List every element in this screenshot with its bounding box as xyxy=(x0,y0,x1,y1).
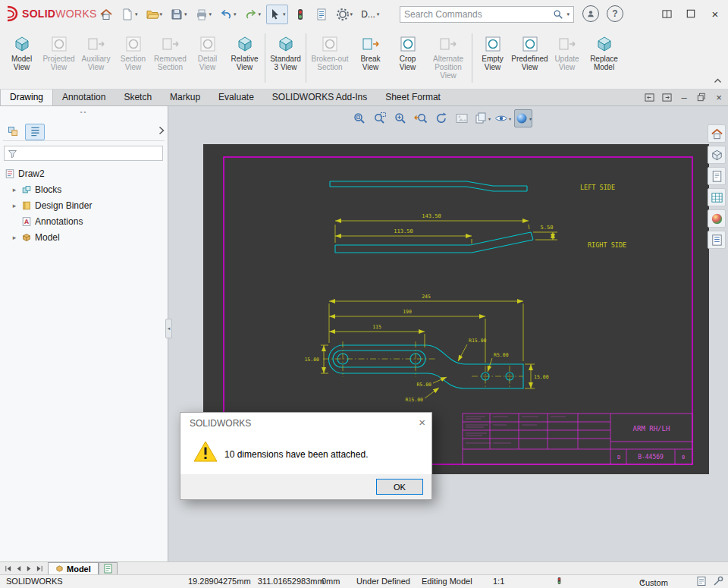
dimension-r5-bottom[interactable]: R5.00 xyxy=(416,382,431,388)
ribbon-broken-out-section-button[interactable]: Broken-out Section xyxy=(308,32,352,74)
new-document-button[interactable]: ▾ xyxy=(118,5,140,24)
ribbon-projected-view-button[interactable]: Projected View xyxy=(40,32,77,74)
tree-item-design-binder[interactable]: ▸ Design Binder xyxy=(0,197,168,213)
status-units-selector[interactable]: Custom ▾ xyxy=(639,577,642,586)
expand-arrow-icon[interactable]: ▸ xyxy=(11,186,18,193)
ribbon-break-view-button[interactable]: Break View xyxy=(352,32,389,74)
dialog-close-button[interactable]: × xyxy=(419,416,425,429)
title-block-rev[interactable]: 0 xyxy=(682,454,685,461)
save-button[interactable]: ▾ xyxy=(168,5,190,24)
ribbon-crop-view-button[interactable]: Crop View xyxy=(389,32,426,74)
close-window-button[interactable]: × xyxy=(707,5,723,23)
previous-sheet-button[interactable] xyxy=(14,564,24,574)
status-tools-icon[interactable] xyxy=(713,576,723,586)
dimension-r5-top[interactable]: R5.00 xyxy=(494,352,509,358)
home-view-button[interactable] xyxy=(708,124,726,143)
display-pane-tab[interactable] xyxy=(25,124,45,140)
drawing-sheet-tab[interactable] xyxy=(99,562,118,574)
redo-button[interactable]: ▾ xyxy=(242,5,264,24)
first-sheet-button[interactable] xyxy=(3,564,13,574)
ribbon-update-view-button[interactable]: Update View xyxy=(548,32,585,74)
tree-item-blocks[interactable]: ▸ Blocks xyxy=(0,181,168,197)
label-left-side[interactable]: LEFT SIDE xyxy=(580,184,615,191)
account-button[interactable] xyxy=(582,5,599,22)
ribbon-detail-view-button[interactable]: Detail View xyxy=(189,32,226,74)
tab-solidworks-add-ins[interactable]: SOLIDWORKS Add-Ins xyxy=(263,90,376,105)
file-properties-button[interactable] xyxy=(312,5,331,24)
ribbon-standard-3-view-button[interactable]: Standard 3 View xyxy=(267,32,304,74)
tab-evaluate[interactable]: Evaluate xyxy=(209,90,263,105)
model-tab[interactable]: Model xyxy=(48,562,99,574)
solidworks-logo[interactable]: SOLIDWORKS ▸ xyxy=(5,5,106,22)
title-block-size[interactable]: D xyxy=(617,454,620,461)
previous-view-button[interactable] xyxy=(412,109,430,127)
apply-scene-button[interactable] xyxy=(708,209,726,228)
dimension-hole-spacing[interactable]: 190 xyxy=(403,309,412,315)
ribbon-section-view-button[interactable]: Section View xyxy=(115,32,152,74)
ribbon-predefined-view-button[interactable]: Predefined View xyxy=(511,32,548,74)
ribbon-relative-view-button[interactable]: Relative View xyxy=(226,32,263,74)
feature-manager-tree-tab[interactable] xyxy=(3,124,23,140)
title-block-drawing-number[interactable]: B-44569 xyxy=(638,454,664,461)
ok-button[interactable]: OK xyxy=(376,479,423,495)
document-restore-button[interactable] xyxy=(695,91,708,103)
window-panes-button[interactable] xyxy=(658,5,675,23)
status-sheet-icon[interactable] xyxy=(696,576,707,586)
dimension-143-50[interactable]: 143.50 xyxy=(422,213,441,219)
document-close-button[interactable]: × xyxy=(713,91,725,103)
file-menu-button[interactable]: D...▾ xyxy=(358,6,382,23)
search-commands-box[interactable]: ▾ xyxy=(400,6,574,23)
tab-sheet-format[interactable]: Sheet Format xyxy=(376,90,450,105)
panel-expand-chevron-button[interactable] xyxy=(158,126,165,137)
tab-sketch[interactable]: Sketch xyxy=(115,90,161,105)
dimension-5-50[interactable]: 5.50 xyxy=(541,225,554,231)
dock-pane-right-button[interactable] xyxy=(661,91,673,103)
document-minimize-button[interactable]: – xyxy=(678,91,690,103)
dimension-113-50[interactable]: 113.50 xyxy=(394,228,413,234)
panel-splitter-grip[interactable]: •• xyxy=(80,108,88,115)
undo-button[interactable]: ▾ xyxy=(217,5,239,24)
draft-quality-button[interactable] xyxy=(453,109,471,127)
dimension-r15-bottom[interactable]: R15.00 xyxy=(406,397,424,403)
annotations-doc-button[interactable] xyxy=(708,231,726,249)
options-button[interactable]: ▾ xyxy=(334,5,356,24)
redraw-button[interactable] xyxy=(432,109,450,127)
ribbon-empty-view-button[interactable]: Empty View xyxy=(474,32,511,74)
ribbon-alternate-position-view-button[interactable]: Alternate Position View xyxy=(426,32,470,82)
zoom-to-area-button[interactable] xyxy=(371,109,389,127)
open-button[interactable]: ▾ xyxy=(143,5,165,24)
search-input[interactable] xyxy=(404,9,550,20)
tree-item-draw2[interactable]: Draw2 xyxy=(0,165,168,181)
zoom-in-out-button[interactable] xyxy=(391,109,410,127)
label-right-side[interactable]: RIGHT SIDE xyxy=(588,241,626,249)
print-button[interactable]: ▾ xyxy=(193,5,215,24)
select-tool-button[interactable]: ▾ xyxy=(266,5,288,24)
view-settings-button[interactable]: ▾ xyxy=(514,109,532,127)
tab-markup[interactable]: Markup xyxy=(161,90,209,105)
dimension-width-right[interactable]: 15.00 xyxy=(534,374,549,380)
expand-arrow-icon[interactable]: ▸ xyxy=(11,234,18,241)
maximize-button[interactable] xyxy=(682,5,699,23)
ribbon-replace-model-button[interactable]: Replace Model xyxy=(585,32,623,74)
tree-item-annotations[interactable]: A Annotations xyxy=(0,213,168,229)
title-block-part-name[interactable]: ARM RH/LH xyxy=(633,425,670,432)
panel-collapse-handle[interactable]: ◂ xyxy=(165,319,172,338)
home-button[interactable] xyxy=(97,5,115,24)
tab-drawing[interactable]: Drawing xyxy=(0,90,53,105)
dimension-slot-length[interactable]: 115 xyxy=(372,324,381,330)
dock-pane-left-button[interactable] xyxy=(643,91,655,103)
tree-filter-input[interactable] xyxy=(20,149,159,158)
dimension-r15-top[interactable]: R15.00 xyxy=(469,338,487,344)
last-sheet-button[interactable] xyxy=(35,564,45,574)
dimension-overall-length[interactable]: 245 xyxy=(422,294,431,300)
sheet-page-button[interactable] xyxy=(708,167,726,185)
hide-show-items-button[interactable]: ▾ xyxy=(494,109,512,127)
rebuild-button[interactable] xyxy=(291,5,309,24)
sheet-options-button[interactable]: ▾ xyxy=(473,109,491,127)
isometric-view-button[interactable] xyxy=(708,146,726,164)
expand-arrow-icon[interactable]: ▸ xyxy=(11,202,18,209)
tab-annotation[interactable]: Annotation xyxy=(53,90,115,105)
ribbon-collapse-chevron-button[interactable] xyxy=(714,74,722,86)
ribbon-model-view-button[interactable]: Model View xyxy=(3,32,40,74)
grid-sheet-button[interactable] xyxy=(708,188,726,206)
